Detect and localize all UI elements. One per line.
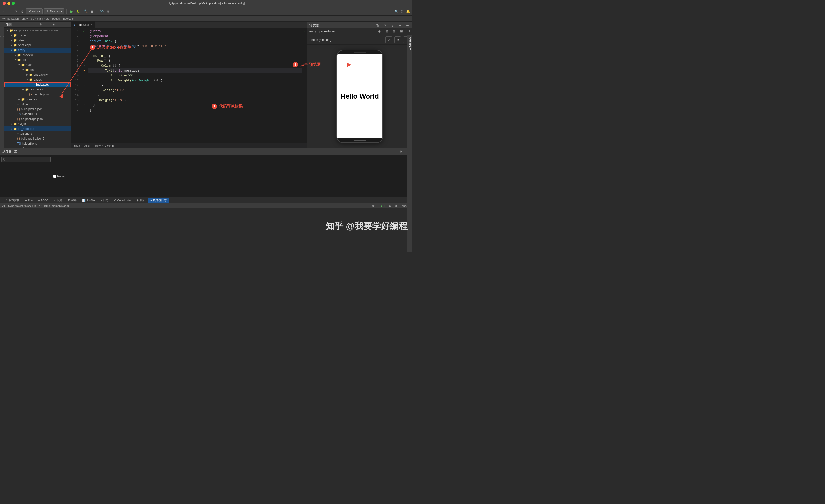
fold-icon-7[interactable]: ▾ bbox=[83, 59, 85, 64]
tree-item-pages[interactable]: ▼ 📁 pages bbox=[4, 77, 71, 82]
tree-item-appscope[interactable]: ▶ 📁 AppScope bbox=[4, 43, 71, 48]
preview-download-icon[interactable]: ↓ bbox=[390, 23, 395, 28]
tree-item-entryability[interactable]: ▶ 📁 entryability bbox=[4, 72, 71, 77]
run-button[interactable]: ▶ bbox=[69, 9, 75, 14]
tab-issues[interactable]: ⚠ 问题 bbox=[52, 198, 65, 203]
tree-item-index-ets[interactable]: ▶ ≡ Index.ets bbox=[4, 82, 71, 87]
tab-code-linter[interactable]: ✓ Code Linter bbox=[111, 198, 134, 203]
panel-collapse-icon[interactable]: − bbox=[64, 22, 69, 27]
preview-entry-icon2[interactable]: ⊞ bbox=[384, 29, 390, 34]
breadcrumb-src[interactable]: src bbox=[30, 17, 34, 20]
tree-item-src[interactable]: ▼ 📁 src bbox=[4, 58, 71, 63]
preview-text-icon[interactable]: Tr bbox=[375, 23, 380, 28]
refresh-button[interactable]: ⟳ bbox=[14, 9, 19, 14]
tab-services[interactable]: ◈ 服务 bbox=[134, 198, 147, 203]
translate-button[interactable]: 译 bbox=[106, 10, 111, 13]
tree-item-build-profile-entry[interactable]: ▶ { } build-profile.json5 bbox=[4, 107, 71, 112]
tree-item-gitignore-entry[interactable]: ▶ ≡ .gitignore bbox=[4, 102, 71, 107]
preview-back-button[interactable]: ◁ bbox=[385, 36, 392, 43]
fold-icon-14[interactable]: ▾ bbox=[83, 93, 85, 98]
tree-item-entry[interactable]: ▼ 📁 entry bbox=[4, 48, 71, 53]
path-index[interactable]: Index bbox=[73, 144, 80, 147]
maximize-button[interactable] bbox=[12, 2, 15, 5]
tab-todo[interactable]: ≡ TODO bbox=[36, 198, 51, 203]
device-selector-button[interactable]: No Devices ▾ bbox=[44, 8, 64, 14]
breadcrumb-main[interactable]: main bbox=[37, 17, 43, 20]
breakpoint-icon[interactable]: ● bbox=[83, 68, 85, 73]
tree-item-hvigor-root[interactable]: ▶ 📁 hvigor bbox=[4, 121, 71, 127]
tab-preview-log[interactable]: ≡ 预览器日志 bbox=[148, 198, 169, 203]
build-button[interactable]: 🔨 bbox=[83, 9, 89, 13]
vcs-branch-button[interactable]: ⎇ entry ▾ bbox=[25, 8, 43, 14]
breadcrumb-index[interactable]: Index.ets bbox=[63, 17, 74, 20]
path-column[interactable]: Column bbox=[104, 144, 114, 147]
regex-checkbox[interactable] bbox=[53, 175, 56, 178]
tree-item-ohostest[interactable]: ▶ 📁 ohosTest bbox=[4, 97, 71, 102]
folder-icon: 📁 bbox=[29, 78, 33, 81]
settings-button[interactable]: ⚙ bbox=[400, 9, 404, 14]
tree-item-idea[interactable]: ▶ 📁 .idea bbox=[4, 38, 71, 43]
breadcrumb-myapp[interactable]: MyApplication bbox=[2, 17, 19, 20]
panel-list-icon[interactable]: ≡ bbox=[45, 22, 50, 27]
preview-more-icon[interactable]: ⋯ bbox=[404, 23, 410, 28]
tree-item-build-profile-root[interactable]: ▶ { } build-profile.json5 bbox=[4, 136, 71, 141]
fold-icon-12[interactable]: ▾ bbox=[83, 83, 85, 88]
panel-expand-icon[interactable]: ⊞ bbox=[51, 22, 56, 27]
path-row[interactable]: Row bbox=[95, 144, 100, 147]
tree-item-main[interactable]: ▼ 📁 main bbox=[4, 63, 71, 67]
preview-rotate-button[interactable]: ↻ bbox=[394, 36, 401, 43]
preview-entry-icon4[interactable]: ⊞ bbox=[399, 29, 404, 34]
panel-gear-icon[interactable]: ⚙ bbox=[38, 22, 43, 27]
log-settings-button[interactable]: ⚙ bbox=[398, 149, 403, 154]
tab-terminal[interactable]: ⊞ 终端 bbox=[66, 198, 79, 203]
attach-button[interactable]: 📎 bbox=[99, 9, 105, 13]
breadcrumb-entry[interactable]: entry bbox=[22, 17, 27, 20]
fold-icon-6[interactable]: ▾ bbox=[83, 54, 85, 59]
bookmarks-icon[interactable]: Book bbox=[0, 29, 4, 44]
minimize-button[interactable] bbox=[7, 2, 10, 5]
stop-button[interactable]: ◼ bbox=[90, 9, 95, 13]
tree-item-gitignore-root[interactable]: ▶ ≡ .gitignore bbox=[4, 131, 71, 136]
preview-refresh-icon[interactable]: ⟳ bbox=[382, 23, 388, 28]
breadcrumb-ets[interactable]: ets bbox=[46, 17, 50, 20]
tree-item-resources[interactable]: ▶ 📁 resources bbox=[4, 87, 71, 92]
log-search-input[interactable] bbox=[1, 157, 51, 162]
back-button[interactable]: ← bbox=[2, 9, 7, 14]
notif-item-notifications[interactable]: Notifications bbox=[408, 36, 412, 51]
tree-item-oh-package-entry[interactable]: ▶ { } oh-package.json5 bbox=[4, 116, 71, 121]
tree-item-myapp[interactable]: ▼ 📁 MyApplication ~/Desktop/MyApplicatio… bbox=[4, 28, 71, 33]
tab-profiler[interactable]: 📊 Profiler bbox=[80, 198, 98, 203]
tree-item-hvigorfile-root[interactable]: ▶ TS hvigorfile.ts bbox=[4, 141, 71, 146]
editor-tab-index-ets[interactable]: ● Index.ets ✕ bbox=[71, 21, 95, 28]
file-tree-panel: ▼ 📁 MyApplication ~/Desktop/MyApplicatio… bbox=[4, 28, 71, 148]
panel-location-icon[interactable]: ⊙ bbox=[57, 22, 62, 27]
fold-icon-8[interactable]: ▾ bbox=[83, 64, 85, 68]
tree-item-hvigorfile-entry[interactable]: ▶ TS hvigorfile.ts bbox=[4, 112, 71, 116]
tree-item-hvigorw[interactable]: ▶ ≡ hvigorw bbox=[4, 146, 71, 148]
preview-entry-icon3[interactable]: ⊟ bbox=[392, 29, 397, 34]
regex-checkbox-label[interactable]: Regex bbox=[53, 157, 66, 196]
breadcrumb-pages[interactable]: pages bbox=[52, 17, 60, 20]
tree-arrow: ▶ bbox=[21, 88, 25, 91]
tab-close-button[interactable]: ✕ bbox=[90, 23, 92, 26]
close-button[interactable] bbox=[3, 2, 6, 5]
tab-vcs[interactable]: ⎇ 版本控制 bbox=[2, 198, 22, 203]
notifications-button[interactable]: 🔔 bbox=[405, 9, 410, 14]
tree-item-hvigor[interactable]: ▶ 📁 .hvigor bbox=[4, 33, 71, 38]
fold-icon-16[interactable]: ▾ bbox=[83, 103, 85, 108]
path-build[interactable]: build() bbox=[84, 144, 91, 147]
tab-run[interactable]: ▶ Run bbox=[22, 198, 35, 203]
tab-log[interactable]: ≡ 日志 bbox=[98, 198, 111, 203]
tree-item-module-json5[interactable]: ▶ { } module.json5 bbox=[4, 92, 71, 97]
forward-button[interactable]: → bbox=[8, 9, 13, 14]
search-button[interactable]: 🔍 bbox=[394, 9, 399, 14]
tree-item-ets[interactable]: ▼ 📁 ets bbox=[4, 67, 71, 72]
tree-item-preview[interactable]: ▶ 📁 .preview bbox=[4, 53, 71, 58]
preview-entry-icon1[interactable]: ◈ bbox=[377, 29, 382, 34]
preview-settings-icon[interactable]: − bbox=[397, 23, 403, 28]
tree-item-oh-modules[interactable]: ▶ 📁 oh_modules bbox=[4, 127, 71, 131]
location-button[interactable]: ⊙ bbox=[20, 9, 24, 14]
debug-button[interactable]: 🐛 bbox=[76, 9, 82, 13]
code-content[interactable]: @Entry @Component struct Index { @State … bbox=[88, 28, 302, 143]
code-editor[interactable]: 1 2 3 4 5 6 7 8 9 10 11 12 13 14 15 16 1… bbox=[71, 28, 307, 143]
